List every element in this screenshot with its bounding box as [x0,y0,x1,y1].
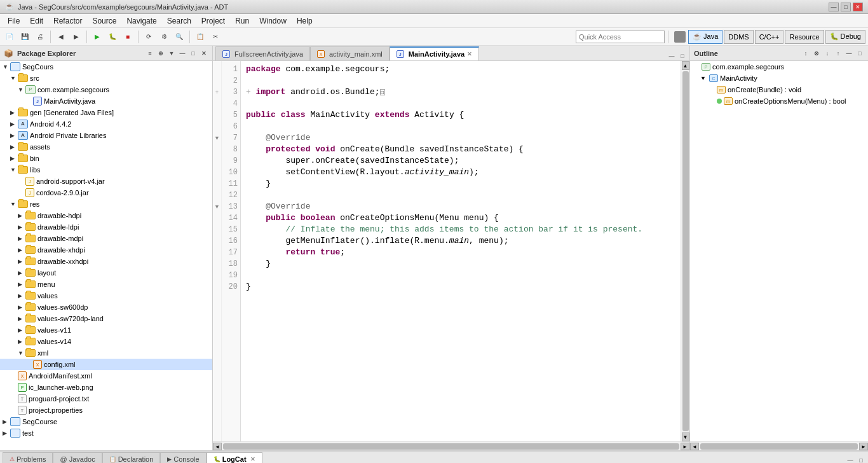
menu-refactor[interactable]: Refactor [48,15,87,27]
collapse-all-button[interactable]: ≡ [146,49,154,58]
outline-hscrollbar[interactable]: ◄ ► [690,441,868,450]
tree-item-src[interactable]: ▼ src [0,73,212,84]
tree-item-assets[interactable]: ▶ assets [0,141,212,153]
tree-item-drawable-hdpi[interactable]: ▶ drawable-hdpi [0,210,212,221]
tree-item-values-sw720dp[interactable]: ▶ values-sw720dp-land [0,313,212,324]
tab-main-activity[interactable]: J MainActivity.java ✕ [390,46,479,60]
tab-javadoc[interactable]: @ Javadoc [53,452,102,463]
bottom-maximize-button[interactable]: □ [857,456,865,463]
tree-item-values[interactable]: ▶ values [0,290,212,301]
tree-item-manifest[interactable]: X AndroidManifest.xml [0,370,212,382]
tree-item-xml[interactable]: ▼ xml [0,347,212,359]
tree-item-support-jar[interactable]: J android-support-v4.jar [0,176,212,187]
tab-close-button[interactable]: ✕ [467,51,472,57]
toolbar-btn-7[interactable]: 📋 [193,30,207,44]
tree-item-values-v14[interactable]: ▶ values-v14 [0,336,212,347]
scroll-down-button[interactable]: ▼ [682,432,689,441]
tab-declaration[interactable]: 📋 Declaration [102,452,161,463]
tab-logcat[interactable]: 🐛 LogCat ✕ [207,452,262,463]
quick-access-input[interactable] [576,31,665,43]
hscrollbar-thumb[interactable] [223,443,679,450]
back-button[interactable]: ◀ [54,30,68,44]
menu-navigate[interactable]: Navigate [121,15,161,27]
outline-scroll-right[interactable]: ► [859,443,868,450]
save-button[interactable]: 💾 [18,30,32,44]
outline-method-oncreate[interactable]: m onCreate(Bundle) : void [690,84,868,95]
tab-activity-xml[interactable]: X activity_main.xml [310,46,390,60]
tree-item-layout[interactable]: ▶ layout [0,267,212,279]
perspective-java[interactable]: ☕ Java [688,30,722,44]
outline-collapse-button[interactable]: ↑ [834,49,843,58]
run-button[interactable]: ▶ [90,30,104,44]
fold-row-13[interactable]: ▼ [213,201,221,212]
toolbar-btn-8[interactable]: ✂ [208,30,222,44]
outline-scroll-left[interactable]: ◄ [690,443,699,450]
minimize-button[interactable]: — [829,3,839,11]
fold-row-3[interactable]: + [213,86,221,98]
minimize-panel-button[interactable]: — [178,49,187,58]
menu-file[interactable]: File [3,15,25,27]
close-button[interactable]: ✕ [853,3,863,11]
menu-help[interactable]: Help [292,15,318,27]
tree-item-android442[interactable]: ▶ A Android 4.4.2 [0,118,212,130]
tab-fullscreen-activity[interactable]: J FullscreenActivity.java [215,46,310,60]
debug-button[interactable]: 🐛 [105,30,119,44]
fold-row-7[interactable]: ▼ [213,132,221,144]
tree-item-drawable-xhdpi[interactable]: ▶ drawable-xhdpi [0,244,212,256]
outline-package[interactable]: P com.example.segcours [690,61,868,73]
editor-minimize-button[interactable]: — [667,52,676,60]
outline-hscrollbar-thumb[interactable] [700,443,858,450]
outline-expand-button[interactable]: ↓ [823,49,832,58]
tree-item-values-v11[interactable]: ▶ values-v11 [0,324,212,336]
horizontal-scrollbar[interactable]: ◄ ► [213,441,689,450]
tree-item-config-xml[interactable]: X config.xml [0,359,212,370]
outline-filter-button[interactable]: ⊗ [812,49,821,58]
tree-item-segcourse[interactable]: ▶ SegCourse [0,416,212,427]
tree-item-proguard[interactable]: T proguard-project.txt [0,393,212,404]
perspective-resource[interactable]: Resource [785,30,824,44]
scroll-right-button[interactable]: ► [681,443,689,450]
link-with-editor-button[interactable]: ⊕ [156,49,165,58]
new-button[interactable]: 📄 [3,30,17,44]
menu-run[interactable]: Run [230,15,254,27]
menu-search[interactable]: Search [162,15,196,27]
logcat-close-button[interactable]: ✕ [250,456,255,462]
toolbar-btn-6[interactable]: 🔍 [172,30,186,44]
tree-item-mainactivity[interactable]: J MainActivity.java [0,95,212,107]
scroll-up-button[interactable]: ▲ [682,61,689,70]
menu-project[interactable]: Project [196,15,230,27]
tree-item-drawable-mdpi[interactable]: ▶ drawable-mdpi [0,233,212,244]
tree-item-test[interactable]: ▶ test [0,427,212,439]
maximize-panel-button[interactable]: □ [189,49,198,58]
outline-class[interactable]: ▼ C MainActivity [690,73,868,84]
outline-method-oncreateoptionsmenu[interactable]: m onCreateOptionsMenu(Menu) : bool [690,95,868,107]
tree-item-drawable-ldpi[interactable]: ▶ drawable-ldpi [0,221,212,233]
toolbar-btn-4[interactable]: ⟳ [142,30,156,44]
scrollbar-thumb[interactable] [682,71,689,431]
tree-item-libs[interactable]: ▼ libs [0,164,212,176]
outline-sort-button[interactable]: ↕ [801,49,810,58]
stop-button[interactable]: ■ [121,30,135,44]
tree-item-drawable-xxhdpi[interactable]: ▶ drawable-xxhdpi [0,256,212,267]
perspective-cpp[interactable]: C/C++ [755,30,784,44]
tab-problems[interactable]: ⚠ Problems [3,452,53,463]
tree-item-bin[interactable]: ▶ bin [0,153,212,164]
tree-item-res[interactable]: ▼ res [0,198,212,210]
scroll-left-button[interactable]: ◄ [213,443,222,450]
menu-window[interactable]: Window [254,15,292,27]
print-button[interactable]: 🖨 [33,30,47,44]
tree-item-package[interactable]: ▼ P com.example.segcours [0,84,212,95]
editor-maximize-button[interactable]: □ [678,52,687,60]
perspective-ddms[interactable]: DDMS [724,30,753,44]
forward-button[interactable]: ▶ [69,30,83,44]
tree-item-launcher-png[interactable]: P ic_launcher-web.png [0,382,212,393]
perspective-debug[interactable]: 🐛 Debug [825,30,865,44]
tree-item-values-sw600dp[interactable]: ▶ values-sw600dp [0,301,212,313]
vertical-scrollbar[interactable]: ▲ ▼ [681,61,689,441]
maximize-button[interactable]: □ [841,3,851,11]
tree-item-gen[interactable]: ▶ gen [Generated Java Files] [0,107,212,118]
tree-item-android-private[interactable]: ▶ A Android Private Libraries [0,130,212,141]
tree-item-project-props[interactable]: T project.properties [0,404,212,416]
menu-source[interactable]: Source [87,15,121,27]
tab-console[interactable]: ▶ Console [160,452,206,463]
